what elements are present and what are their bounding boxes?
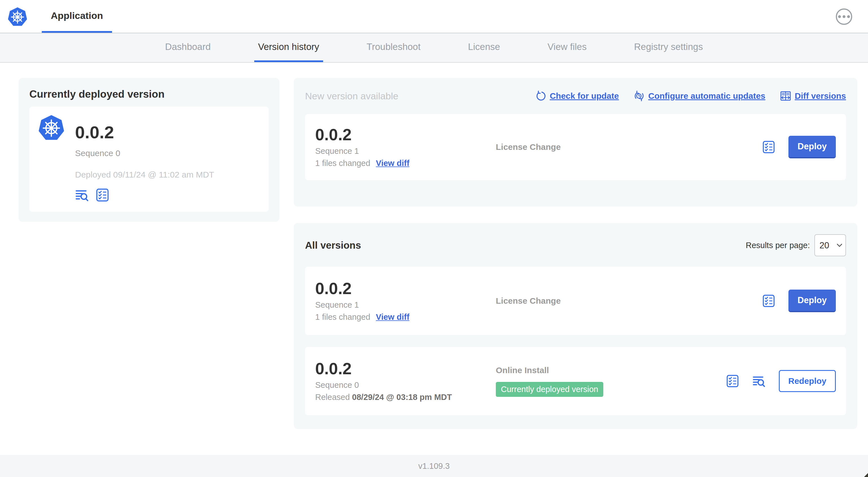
check-for-update-link[interactable]: Check for update	[535, 90, 619, 101]
new-version-title: New version available	[305, 91, 398, 101]
kubernetes-logo-icon	[38, 114, 65, 141]
version-history-content: Currently deployed version	[0, 63, 868, 455]
app-tab-label: Application	[51, 10, 103, 21]
version-source-label: License Change	[496, 142, 762, 152]
all-versions-panel: All versions Results per page: 20	[294, 223, 857, 429]
version-row: 0.0.2 Sequence 0 Released 08/29/24 @ 03:…	[305, 347, 846, 415]
tab-registry-settings[interactable]: Registry settings	[630, 33, 707, 62]
console-footer: v1.109.3	[0, 455, 868, 477]
cursor-artifact	[864, 473, 868, 477]
results-per-page-label: Results per page:	[746, 241, 810, 250]
console-nav: Dashboard Version history Troubleshoot L…	[0, 33, 868, 63]
currently-deployed-card: 0.0.2 Sequence 0 Deployed 09/11/24 @ 11:…	[29, 107, 269, 212]
files-changed-label: 1 files changed	[315, 159, 370, 168]
redeploy-button[interactable]: Redeploy	[779, 370, 836, 392]
ellipsis-icon	[838, 15, 841, 18]
sequence-label: Sequence 1	[315, 147, 496, 156]
tab-view-files[interactable]: View files	[544, 33, 591, 62]
deploy-button[interactable]: Deploy	[788, 136, 836, 158]
currently-deployed-panel: Currently deployed version	[19, 78, 279, 222]
currently-deployed-badge: Currently deployed version	[496, 382, 603, 397]
all-versions-title: All versions	[305, 240, 361, 251]
deployed-timestamp: Deployed 09/11/24 @ 11:02 am MDT	[75, 170, 214, 180]
refresh-icon	[535, 90, 546, 101]
configure-automatic-updates-link[interactable]: Configure automatic updates	[633, 90, 765, 101]
view-diff-link[interactable]: View diff	[376, 159, 409, 168]
view-logs-icon[interactable]	[752, 374, 766, 388]
admin-console-page: Application Dashboard Version history Tr…	[0, 0, 868, 477]
view-logs-icon[interactable]	[75, 188, 89, 202]
new-version-card: 0.0.2 Sequence 1 1 files changed View di…	[305, 114, 846, 180]
console-version-label: v1.109.3	[418, 461, 450, 471]
tab-license[interactable]: License	[464, 33, 504, 62]
sequence-label: Sequence 1	[315, 300, 496, 309]
released-timestamp: Released 08/29/24 @ 03:18 pm MDT	[315, 393, 496, 402]
diff-versions-link[interactable]: Diff versions	[780, 90, 846, 101]
diff-icon	[780, 90, 791, 101]
results-per-page-select[interactable]: 20	[814, 234, 846, 256]
version-row: 0.0.2 Sequence 1 1 files changed View di…	[305, 267, 846, 335]
view-diff-link[interactable]: View diff	[376, 312, 409, 322]
currently-deployed-title: Currently deployed version	[29, 88, 269, 100]
preflight-checks-icon[interactable]	[762, 294, 775, 308]
version-label: 0.0.2	[315, 360, 496, 377]
tab-dashboard[interactable]: Dashboard	[161, 33, 214, 62]
deployed-sequence-label: Sequence 0	[75, 148, 214, 158]
deploy-button[interactable]: Deploy	[788, 290, 836, 312]
version-label: 0.0.2	[315, 280, 496, 297]
overflow-menu-button[interactable]	[836, 8, 852, 25]
app-tab[interactable]: Application	[42, 0, 112, 33]
new-version-panel: New version available Check for update	[294, 78, 857, 207]
preflight-checks-icon[interactable]	[762, 140, 775, 154]
preflight-checks-icon[interactable]	[726, 374, 739, 388]
tab-version-history[interactable]: Version history	[254, 33, 323, 62]
sequence-label: Sequence 0	[315, 381, 496, 390]
deployed-version-label: 0.0.2	[75, 124, 214, 141]
tab-troubleshoot[interactable]: Troubleshoot	[363, 33, 425, 62]
version-label: 0.0.2	[315, 126, 496, 143]
version-source-label: License Change	[496, 296, 762, 306]
app-header: Application	[0, 0, 868, 33]
version-source-label: Online Install	[496, 365, 726, 375]
preflight-checks-icon[interactable]	[95, 188, 110, 202]
kubernetes-logo-icon	[7, 6, 28, 27]
schedule-update-icon	[633, 90, 645, 101]
files-changed-label: 1 files changed	[315, 312, 370, 322]
